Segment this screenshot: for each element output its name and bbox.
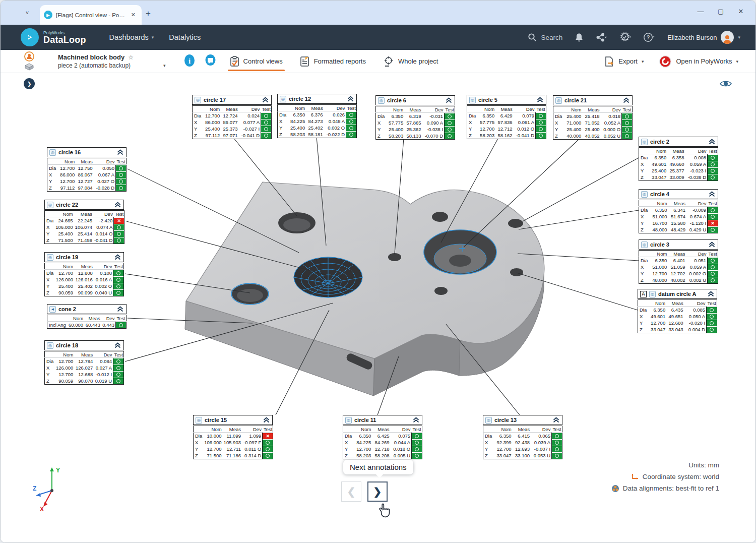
annotation-flag[interactable]: ◎ circle 16 NomMeasDevTest Dia12.70012.7… [47,147,127,192]
collapse-chevrons-icon[interactable] [709,242,715,248]
collapse-chevrons-icon[interactable] [263,417,270,423]
annotation-header[interactable]: ◎ circle 4 [639,189,718,199]
annotation-header[interactable]: ◎ circle 5 [467,95,546,105]
annotation-flag[interactable]: ◎ circle 21 NomMeasDevTest Dia25.40025.4… [553,95,633,140]
annotation-flag[interactable]: ◎ circle 3 NomMeasDevTest Dia6.3506.4010… [639,239,718,284]
annotation-flag[interactable]: ◎ circle 12 NomMeasDevTest Dia6.3506.376… [277,94,357,138]
window-maximize-button[interactable]: ▢ [717,8,724,15]
axis-z-label: Z [33,485,36,492]
feature-icon: ◎ [649,291,656,297]
annotation-header[interactable]: ◎ circle 22 [44,200,124,210]
brand-logo[interactable]: PolyWorks DataLoop [21,28,86,46]
brand-bottom-label: DataLoop [43,35,86,44]
collapse-chevrons-icon[interactable] [709,139,715,145]
collapse-chevrons-icon[interactable] [709,191,715,197]
notifications-bell-icon[interactable] [575,33,584,42]
tab-whole-project[interactable]: Whole project [383,50,438,73]
open-in-polyworks-button[interactable]: Open in PolyWorks ▾ [659,55,738,68]
annotation-header[interactable]: A ◎ datum circle A [638,289,717,299]
previous-annotations-button[interactable]: ❮ [341,481,361,502]
new-tab-button[interactable]: + [146,9,151,19]
search-button[interactable]: Search [528,33,562,42]
expand-panel-button[interactable]: ❯ [24,78,35,89]
feature-icon: ◎ [469,97,476,103]
collapse-chevrons-icon[interactable] [413,417,419,423]
browser-tab[interactable]: ▶ [Flags] Control view - PolyWork ✕ [40,5,142,25]
annotation-header[interactable]: ◎ circle 19 [44,252,124,262]
window-minimize-button[interactable]: — [697,8,704,15]
settings-gear-icon[interactable] [619,32,631,43]
annotation-header[interactable]: ◎ circle 17 [192,95,272,105]
annotation-header[interactable]: ◎ circle 18 [44,340,124,350]
annotation-header[interactable]: ◎ circle 6 [375,95,455,105]
annotation-flag[interactable]: ◎ circle 17 NomMeasDevTest Dia12.70012.7… [192,95,272,139]
viewer-canvas[interactable]: ❯ ◎ circle 17 NomMeasDevTest Dia12.70012… [1,73,756,543]
annotation-header[interactable]: ◎ circle 3 [639,239,718,250]
measurement-row: Y12.70012.7270.027 O [47,178,127,185]
annotation-flag[interactable]: ◎ circle 13 NomMeasDevTest Dia6.3506.415… [483,415,562,459]
collapse-chevrons-icon[interactable] [347,96,354,102]
user-menu[interactable]: Elizabeth Burson ▾ [667,31,740,44]
annotation-header[interactable]: ◎ circle 13 [483,415,562,425]
annotation-flag[interactable]: ◎ circle 4 NomMeasDevTest Dia6.3506.341-… [639,189,718,233]
collapse-chevrons-icon[interactable] [114,342,121,348]
collapse-chevrons-icon[interactable] [553,417,559,423]
annotation-header[interactable]: ◎ circle 15 [193,415,273,425]
annotation-flag[interactable]: ◎ circle 6 NomMeasDevTest Dia6.3506.319-… [375,95,455,140]
polyworks-favicon-icon: ▶ [44,11,52,19]
piece-selector[interactable]: piece 2 (automatic backup) ▾ [58,62,166,69]
measurement-row: Dia6.3506.3760.026 [278,111,357,118]
collapse-chevrons-icon[interactable] [117,306,123,312]
annotation-header[interactable]: ◎ circle 16 [47,147,127,157]
annotation-flag[interactable]: ◎ circle 5 NomMeasDevTest Dia6.3506.4290… [467,95,546,139]
tab-formatted-reports[interactable]: Formatted reports [300,50,366,73]
annotation-flag[interactable]: ◄ cone 2 NomMeasDevTest Incl Ang60.00060… [47,304,127,329]
annotation-header[interactable]: ◎ circle 11 [343,415,422,425]
feature-icon: ◎ [345,417,352,424]
collapse-chevrons-icon[interactable] [708,291,714,297]
tab-close-icon[interactable]: ✕ [129,11,138,19]
export-button[interactable]: Export ▾ [604,56,644,67]
annotation-header[interactable]: ◄ cone 2 [47,304,127,314]
annotation-header[interactable]: ◎ circle 21 [553,95,633,105]
annotation-header[interactable]: ◎ circle 12 [277,94,357,104]
annotation-header[interactable]: ◎ circle 2 [639,137,718,147]
collapse-chevrons-icon[interactable] [623,97,629,103]
menu-dashboards[interactable]: Dashboards▾ [109,33,154,41]
annotation-flag[interactable]: ◎ circle 15 NomMeasDevTest Dia10.00011.0… [193,415,273,459]
measurement-row: X57.77557.8360.061 A [467,119,546,126]
measurement-row: X57.77557.8650.090 A [376,119,455,126]
help-icon[interactable]: ? [643,32,655,42]
favorite-star-icon[interactable]: ☆ [128,54,134,61]
tab-search-caret-icon[interactable]: ˅ [21,10,34,19]
annotation-flag[interactable]: ◎ circle 2 NomMeasDevTest Dia6.3506.3580… [639,137,718,181]
measurement-row: X49.60149.6510.050 A [638,313,717,320]
visibility-eye-icon[interactable] [719,79,732,90]
units-label: Units: mm [688,459,719,471]
next-annotations-button[interactable]: ❯ [367,481,388,502]
menu-datalytics[interactable]: Datalytics [169,33,201,41]
collapse-chevrons-icon[interactable] [114,202,121,208]
chevron-down-icon: ▾ [642,59,644,64]
annotation-flag[interactable]: ◎ circle 18 NomMeasDevTest Dia12.70012.7… [44,340,124,385]
annotation-flag[interactable]: ◎ circle 19 NomMeasDevTest Dia12.70012.8… [44,252,124,296]
collapse-chevrons-icon[interactable] [446,97,452,103]
share-icon[interactable] [596,33,607,42]
measurement-row: Dia6.3506.4010.051 [639,257,718,264]
tab-control-views[interactable]: Control views [230,50,283,73]
svg-text:?: ? [647,34,650,40]
window-close-button[interactable]: ✕ [737,8,744,15]
annotation-flag[interactable]: A ◎ datum circle A NomMeasDevTest Dia6.3… [638,289,717,333]
measurement-row: Y12.70012.7110.011 O [194,446,273,452]
collapse-chevrons-icon[interactable] [114,254,121,260]
measurement-row: Z97.11297.071-0.041 D [193,132,272,139]
piece-name-label: piece 2 (automatic backup) [58,62,131,69]
annotation-flag[interactable]: ◎ circle 22 NomMeasDevTest Dia24.66522.2… [44,200,124,244]
info-button[interactable]: i [183,54,196,69]
annotation-name: circle 2 [650,139,706,145]
comments-button[interactable] [204,54,217,69]
annotation-flag[interactable]: ◎ circle 11 NomMeasDevTest Dia6.3506.425… [343,415,422,459]
collapse-chevrons-icon[interactable] [262,97,269,103]
collapse-chevrons-icon[interactable] [537,97,543,103]
collapse-chevrons-icon[interactable] [117,149,123,155]
